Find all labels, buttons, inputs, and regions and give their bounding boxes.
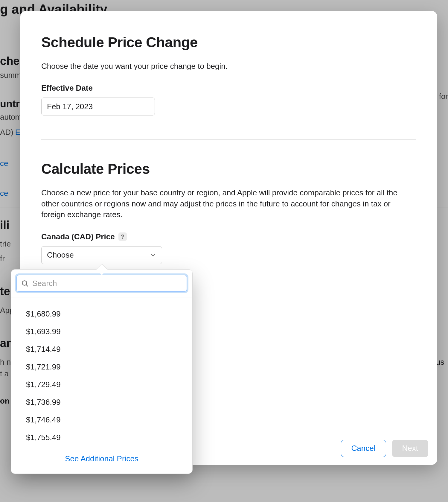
price-option[interactable]: $1,714.49 <box>11 340 192 358</box>
modal-instruction-schedule: Choose the date you want your price chan… <box>41 61 416 72</box>
search-input-wrap[interactable] <box>16 275 187 292</box>
price-field-label-text: Canada (CAD) Price <box>41 232 115 241</box>
price-option[interactable]: $1,721.99 <box>11 358 192 376</box>
search-input[interactable] <box>32 279 182 288</box>
modal-title-schedule: Schedule Price Change <box>41 34 416 51</box>
cancel-button[interactable]: Cancel <box>341 440 386 457</box>
price-option[interactable]: $1,680.99 <box>11 305 192 323</box>
modal-title-calculate: Calculate Prices <box>41 161 416 177</box>
price-select[interactable]: Choose <box>41 246 162 264</box>
popover-footer: See Additional Prices <box>11 449 192 474</box>
modal-instruction-calculate: Choose a new price for your base country… <box>41 187 416 220</box>
price-select-value: Choose <box>47 250 74 260</box>
price-dropdown-popover: $1,680.99 $1,693.99 $1,714.49 $1,721.99 … <box>11 269 193 474</box>
price-option[interactable]: $1,729.49 <box>11 376 192 393</box>
price-option-list: $1,680.99 $1,693.99 $1,714.49 $1,721.99 … <box>11 297 192 449</box>
price-option[interactable]: $1,736.99 <box>11 393 192 411</box>
effective-date-input[interactable]: Feb 17, 2023 <box>41 98 155 115</box>
search-icon <box>21 279 29 287</box>
price-option[interactable]: $1,693.99 <box>11 323 192 340</box>
section-divider <box>41 139 416 140</box>
popover-search-section <box>11 270 192 297</box>
price-option[interactable]: $1,755.49 <box>11 429 192 446</box>
see-additional-prices-link[interactable]: See Additional Prices <box>65 454 138 463</box>
chevron-down-icon <box>150 252 156 258</box>
svg-line-1 <box>26 285 28 286</box>
price-field-label: Canada (CAD) Price ? <box>41 232 416 241</box>
effective-date-value: Feb 17, 2023 <box>47 102 93 111</box>
help-icon[interactable]: ? <box>118 232 127 241</box>
next-button[interactable]: Next <box>392 440 428 457</box>
price-option[interactable]: $1,746.49 <box>11 411 192 429</box>
effective-date-label: Effective Date <box>41 83 416 93</box>
